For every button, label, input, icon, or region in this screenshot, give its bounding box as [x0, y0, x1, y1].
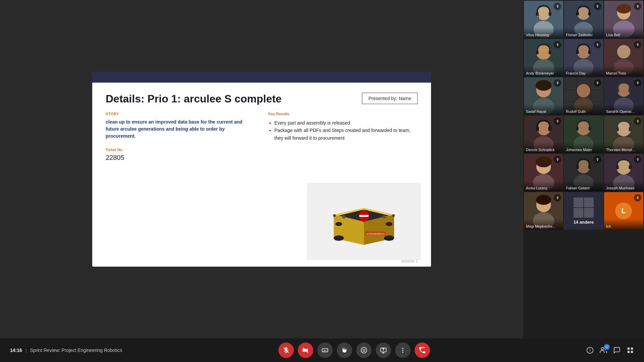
- presentation-area: Details: Prio 1: arculee S complete Pres…: [0, 0, 523, 338]
- participant-tile[interactable]: 🎙 Sandrik Operas...: [604, 77, 643, 115]
- captions-button[interactable]: [317, 343, 333, 358]
- svg-point-15: [335, 222, 342, 226]
- participant-tile[interactable]: 🎙 Lisa Bell: [604, 1, 643, 38]
- svg-point-33: [616, 4, 631, 13]
- participant-tile[interactable]: 🎙 Sadaf Hayat: [524, 77, 563, 115]
- svg-rect-88: [588, 165, 591, 169]
- svg-rect-74: [589, 127, 591, 131]
- story-text: clean up to ensure an improved data base…: [106, 119, 255, 140]
- participant-name-francis-day: Francis Day: [564, 66, 603, 77]
- end-call-button[interactable]: [415, 343, 430, 358]
- key-results-list: Every part and assembly is released Pack…: [268, 119, 418, 142]
- participants-button[interactable]: 32: [600, 347, 607, 354]
- participant-tile-14-andere[interactable]: 14 andere: [564, 192, 603, 230]
- participant-name: Andy Brinkmeyer: [524, 66, 563, 77]
- meeting-time: 14:16: [10, 348, 22, 353]
- participant-name-self: Ich: [604, 219, 643, 230]
- raise-hand-button[interactable]: [337, 343, 352, 358]
- participant-name: Anika Lorenz: [524, 181, 563, 191]
- participant-count-badge: 32: [604, 344, 610, 350]
- participant-name: Sadaf Hayat: [524, 104, 563, 115]
- presented-by-box: Presented by: Name: [362, 93, 418, 104]
- participants-panel: 🎙 Vitus Henning 🎙 Florian Zeilhofer: [523, 0, 644, 338]
- svg-point-20: [537, 7, 550, 20]
- svg-point-16: [386, 222, 392, 226]
- participant-name: Fabian Gebert: [564, 181, 603, 191]
- participant-tile[interactable]: 🎙 Rudolf Guth: [564, 77, 603, 115]
- participant-tile-self[interactable]: L 🎙 Ich: [604, 192, 643, 230]
- participant-name: Megi Mejdrecho...: [524, 219, 563, 230]
- participant-name: Vitus Henning: [524, 28, 563, 38]
- main-area: Details: Prio 1: arculee S complete Pres…: [0, 0, 644, 338]
- mute-indicator: 🎙: [634, 3, 641, 10]
- slide-columns: Story clean up to ensure an improved dat…: [106, 112, 418, 162]
- svg-point-6: [382, 215, 386, 219]
- participant-tile[interactable]: 🎙 Andy Brinkmeyer: [524, 39, 563, 77]
- participant-name: Sandrik Operas...: [604, 104, 643, 115]
- toolbar-left: 14:16 | Sprint Review: Project Engineeri…: [10, 348, 122, 353]
- svg-rect-87: [576, 165, 579, 169]
- bottom-toolbar: 14:16 | Sprint Review: Project Engineeri…: [0, 338, 644, 362]
- participant-tile[interactable]: Johannes Maier: [564, 116, 603, 153]
- participant-tile[interactable]: 🎙 Thorsten Mersd...: [604, 116, 643, 153]
- svg-point-103: [363, 350, 364, 350]
- meeting-name: Sprint Review: Project Engineering Robot…: [30, 348, 122, 353]
- more-options-button[interactable]: [395, 343, 411, 358]
- story-label: Story: [106, 112, 255, 116]
- slide-container: Details: Prio 1: arculee S complete Pres…: [92, 72, 431, 267]
- svg-point-17: [333, 214, 336, 217]
- svg-point-5: [342, 215, 345, 219]
- slide-right: Key Results Every part and assembly is r…: [268, 112, 418, 162]
- mute-indicator: 🎙: [634, 79, 641, 87]
- participant-name: Johannes Maier: [564, 142, 603, 153]
- svg-rect-93: [629, 165, 632, 169]
- key-results-label: Key Results: [268, 112, 418, 116]
- toolbar-center: [278, 343, 430, 358]
- svg-rect-73: [576, 127, 579, 131]
- mute-indicator: 🎙: [594, 156, 601, 163]
- svg-rect-63: [628, 88, 631, 92]
- slide-header-bar: [92, 72, 431, 83]
- share-screen-button[interactable]: [376, 343, 391, 358]
- participant-tile[interactable]: 🎙 Vitus Henning: [524, 1, 563, 38]
- mute-indicator: 🎙: [594, 79, 601, 87]
- svg-rect-28: [576, 12, 579, 15]
- video-button[interactable]: [298, 343, 313, 358]
- apps-button[interactable]: [627, 347, 634, 354]
- participant-tile[interactable]: 🎙 Marcel Treis: [604, 39, 643, 77]
- svg-rect-78: [615, 127, 619, 131]
- robot-image: JUNGHEINRICH: [307, 183, 421, 260]
- agv-svg: JUNGHEINRICH: [314, 188, 414, 255]
- mute-button[interactable]: [278, 343, 294, 358]
- slide-content: Details: Prio 1: arculee S complete Pres…: [92, 83, 431, 267]
- svg-rect-38: [549, 50, 551, 54]
- svg-rect-68: [548, 127, 551, 131]
- mute-indicator: 🎙: [634, 118, 641, 125]
- key-result-2: Package with all PDFs and Steps created …: [274, 127, 418, 142]
- participant-name: Marcel Treis: [604, 66, 643, 77]
- svg-rect-42: [576, 50, 579, 54]
- mute-indicator: 🎙: [634, 194, 641, 201]
- participant-tile[interactable]: 🎙 Joseph Muirhead: [604, 154, 643, 191]
- participant-tile[interactable]: 🎙 Florian Zeilhofer: [564, 1, 603, 38]
- chat-button[interactable]: [613, 347, 621, 354]
- participant-tile-francis-day[interactable]: 🎙 Francis Day: [564, 39, 603, 77]
- participant-tile[interactable]: 🎙 Fabian Gebert: [564, 154, 603, 191]
- participant-name: Rudolf Guth: [564, 104, 603, 115]
- svg-point-109: [402, 352, 403, 353]
- svg-rect-37: [536, 50, 539, 54]
- svg-rect-23: [549, 12, 551, 16]
- svg-point-107: [402, 348, 403, 349]
- participant-tile[interactable]: 🎙 Anika Lorenz: [524, 154, 563, 191]
- participant-tile[interactable]: 🎙 Dennis Schradick: [524, 116, 563, 153]
- svg-point-97: [536, 195, 551, 205]
- svg-point-114: [601, 348, 604, 350]
- emoji-button[interactable]: [356, 343, 372, 358]
- mute-indicator: 🎙: [594, 3, 601, 10]
- toolbar-right: 32: [586, 347, 634, 354]
- participant-name: Thorsten Mersd...: [604, 142, 643, 153]
- participant-tile[interactable]: 🎙 Megi Mejdrecho...: [524, 192, 563, 230]
- info-button[interactable]: [586, 347, 594, 354]
- svg-point-26: [577, 7, 590, 20]
- svg-rect-43: [588, 50, 591, 54]
